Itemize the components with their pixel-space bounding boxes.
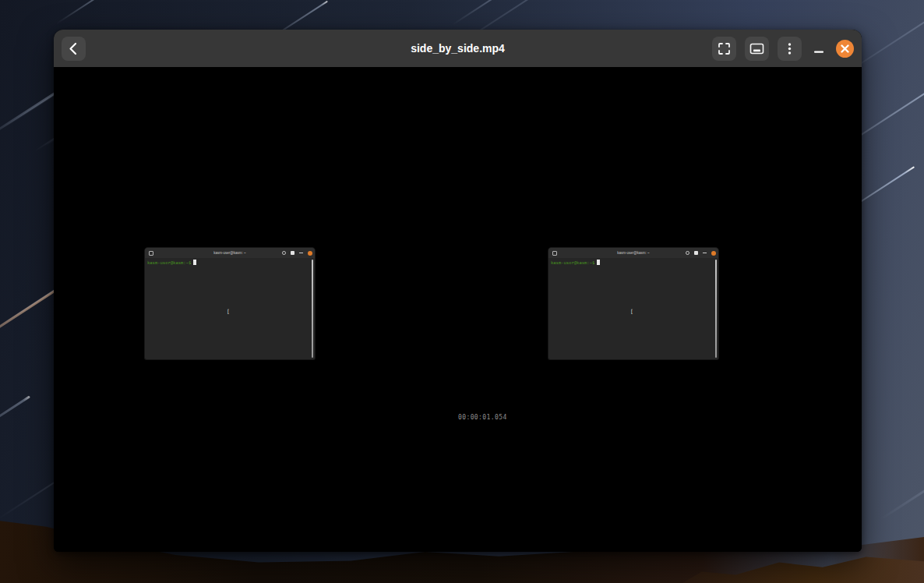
terminal-minimize-icon [299,253,303,254]
terminal-window-buttons [686,251,716,256]
terminal-prompt: kasm-user@kasm:~$ [147,260,191,265]
fullscreen-button[interactable] [712,37,736,61]
minimize-button[interactable] [810,37,827,61]
window-title: side_by_side.mp4 [411,42,505,55]
terminal-center-glyph: [ [227,309,230,315]
terminal-window-buttons [282,251,312,256]
video-terminal-window-right: kasm-user@kasm: ~ kasm-user@kasm:~$ [ [548,248,718,359]
terminal-scrollbar [312,260,313,358]
terminal-title: kasm-user@kasm: ~ [617,251,649,255]
chevron-left-icon [62,37,86,61]
video-canvas[interactable]: kasm-user@kasm: ~ kasm-user@kasm:~$ [ [54,67,862,552]
terminal-close-icon [308,251,312,256]
terminal-search-icon [282,251,286,255]
back-button[interactable] [62,37,86,61]
terminal-maximize-icon [291,251,294,255]
terminal-search-icon [686,251,689,255]
close-x-icon [836,40,854,58]
terminal-titlebar: kasm-user@kasm: ~ [548,248,718,258]
terminal-title: kasm-user@kasm: ~ [213,251,245,255]
terminal-close-icon [711,251,716,256]
terminal-prompt-line: kasm-user@kasm:~$ [147,260,196,265]
header-controls [712,37,854,61]
terminal-prompt-line: kasm-user@kasm:~$ [551,260,600,265]
video-timestamp-overlay: 00:00:01.054 [458,414,507,421]
terminal-center-glyph: [ [630,309,633,315]
terminal-cursor [193,260,196,265]
video-player-window: side_by_side.mp4 [54,30,862,552]
terminal-scrollbar [715,260,717,358]
terminal-titlebar: kasm-user@kasm: ~ [145,248,315,258]
terminal-cursor [597,260,600,265]
subtitles-icon [745,37,769,61]
close-button[interactable] [836,40,854,58]
terminal-maximize-icon [694,251,698,255]
vertical-ellipsis-icon [778,37,802,61]
headerbar[interactable]: side_by_side.mp4 [54,30,862,67]
terminal-minimize-icon [703,253,707,254]
subtitles-button[interactable] [745,37,769,61]
fullscreen-icon [712,37,736,61]
terminal-body: kasm-user@kasm:~$ [ [145,258,315,359]
terminal-app-icon [149,251,153,256]
menu-button[interactable] [778,37,802,61]
terminal-body: kasm-user@kasm:~$ [ [548,258,718,359]
minimize-icon [810,37,827,61]
terminal-app-icon [552,251,557,256]
video-terminal-window-left: kasm-user@kasm: ~ kasm-user@kasm:~$ [ [145,248,315,359]
terminal-prompt: kasm-user@kasm:~$ [551,260,594,265]
